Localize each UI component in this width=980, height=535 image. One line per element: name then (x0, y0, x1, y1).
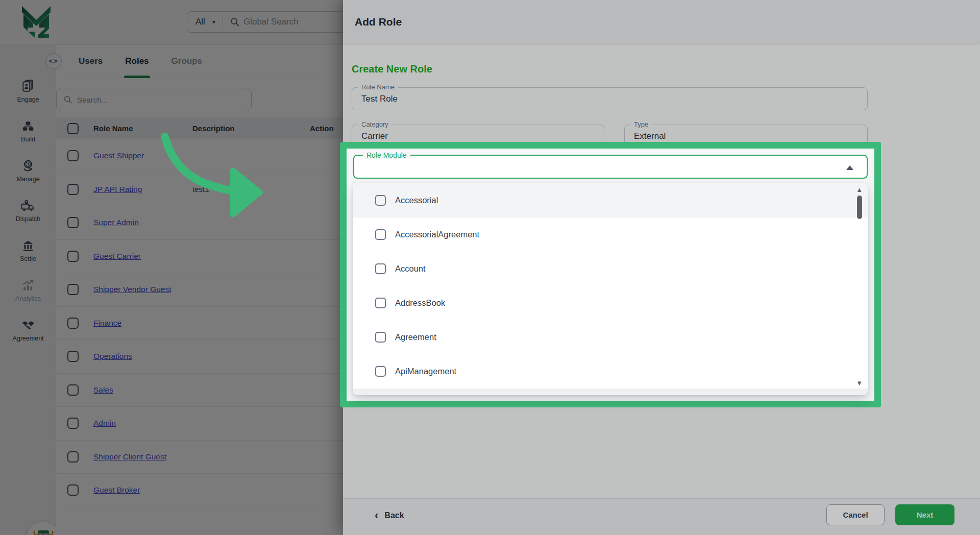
module-option-agreement[interactable]: Agreement (353, 320, 868, 354)
module-option-checkbox[interactable] (375, 229, 386, 240)
scrollbar-thumb[interactable] (857, 196, 862, 219)
module-option-checkbox[interactable] (375, 298, 386, 308)
drawer-title: Add Role (355, 16, 402, 28)
drawer-footer: ‹ Back Cancel Next (343, 498, 980, 535)
chevron-up-icon[interactable] (846, 165, 853, 170)
module-option-label: AccessorialAgreement (395, 230, 479, 239)
module-option-label: Account (395, 264, 426, 274)
role-module-select[interactable]: Role Module (353, 155, 868, 179)
module-option-checkbox[interactable] (375, 263, 386, 274)
module-option-label: Agreement (395, 332, 436, 342)
type-value: External (634, 131, 666, 141)
next-option-partial-row (353, 388, 868, 395)
module-option-apimanagement[interactable]: ApiManagement (353, 354, 868, 388)
module-option-checkbox[interactable] (375, 195, 386, 206)
next-button[interactable]: Next (895, 504, 954, 525)
module-option-accessorialagreement[interactable]: AccessorialAgreement (353, 217, 868, 252)
cancel-button[interactable]: Cancel (826, 504, 885, 525)
module-option-accessorial[interactable]: Accessorial (353, 183, 868, 217)
category-value: Carrier (361, 131, 388, 141)
chevron-left-icon: ‹ (375, 510, 378, 521)
module-option-checkbox[interactable] (375, 332, 386, 343)
scroll-up-icon[interactable]: ▲ (856, 186, 863, 193)
role-module-label: Role Module (363, 151, 410, 159)
scroll-down-icon[interactable]: ▼ (856, 379, 863, 387)
module-option-checkbox[interactable] (375, 366, 386, 377)
create-new-role-heading: Create New Role (352, 63, 432, 75)
module-option-label: Accessorial (395, 196, 438, 205)
type-label: Type (631, 120, 651, 128)
role-name-field[interactable]: Role Name Test Role (352, 87, 868, 110)
back-button[interactable]: ‹ Back (375, 510, 404, 521)
role-name-value: Test Role (361, 94, 398, 104)
module-option-label: ApiManagement (395, 367, 456, 376)
module-option-list: Accessorial AccessorialAgreement Account (353, 183, 868, 388)
role-module-dropdown-menu: Accessorial AccessorialAgreement Account (353, 183, 868, 395)
module-option-label: AddressBook (395, 298, 445, 308)
role-name-label: Role Name (358, 83, 398, 91)
role-module-highlight-zone: Role Module Accessorial AccessorialAgree… (340, 142, 881, 407)
category-label: Category (358, 120, 391, 128)
module-option-account[interactable]: Account (353, 252, 868, 286)
drawer-header: Add Role (343, 0, 980, 43)
module-option-addressbook[interactable]: AddressBook (353, 286, 868, 320)
screen: All ▾ Global Search Engage Build (0, 0, 980, 535)
